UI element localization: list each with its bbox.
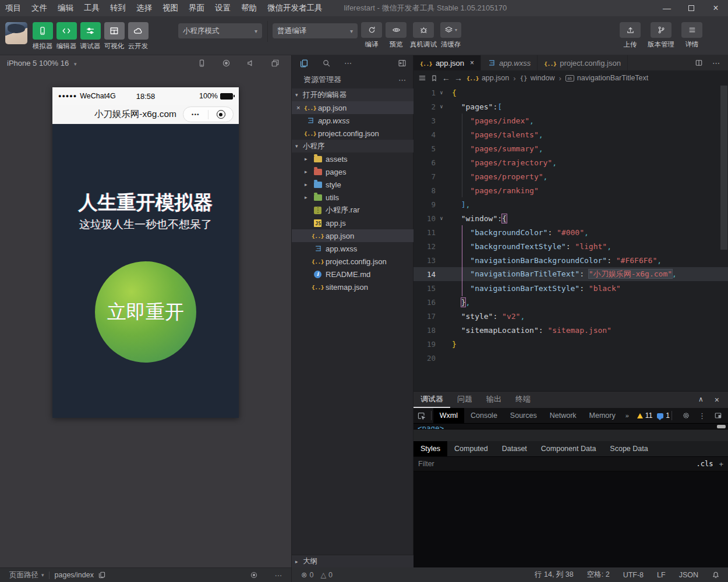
menu-item-设置[interactable]: 设置 xyxy=(210,0,236,16)
open-editor-project.config.json[interactable]: {..}project.config.json xyxy=(292,127,414,140)
more-icon[interactable]: ⋯ xyxy=(275,571,282,580)
open-editor-app.wxss[interactable]: app.wxss xyxy=(292,114,414,127)
close-button[interactable]: × xyxy=(704,0,728,16)
toolbar-mode-visualize[interactable]: 可视化 xyxy=(103,22,125,51)
warnings-badge[interactable]: 11 xyxy=(637,411,652,420)
compile-select[interactable]: 普通编译 ▾ xyxy=(273,23,358,38)
cls-toggle[interactable]: .cls xyxy=(697,460,713,468)
capsule-target-icon[interactable] xyxy=(208,110,233,119)
toolbar-action-remote-debug[interactable]: 真机调试 xyxy=(410,22,437,49)
tree-item-sitemap.json[interactable]: {..}sitemap.json xyxy=(292,281,414,293)
dock-side-icon[interactable] xyxy=(714,411,722,420)
menu-item-转到[interactable]: 转到 xyxy=(105,0,131,16)
devtools-tab-Sources[interactable]: Sources xyxy=(504,408,543,424)
styles-tab-Component-Data[interactable]: Component Data xyxy=(534,441,603,456)
menu-item-微信开发者工具[interactable]: 微信开发者工具 xyxy=(262,0,328,16)
more-icon[interactable]: ⋯ xyxy=(712,59,720,68)
search-icon[interactable] xyxy=(322,59,331,68)
toolbar-action-preview[interactable]: 预览 xyxy=(386,22,407,49)
wxml-tree-clipped[interactable]: <page> xyxy=(414,424,728,429)
toolbar-mode-debugger[interactable]: 调试器 xyxy=(79,22,101,51)
menu-item-选择[interactable]: 选择 xyxy=(131,0,157,16)
breadcrumb-segment[interactable]: abnavigationBarTitleText xyxy=(566,74,649,82)
kebab-menu-icon[interactable]: ⋮ xyxy=(698,411,706,420)
fold-chevron-icon[interactable]: ∨ xyxy=(436,215,447,221)
upload-button[interactable] xyxy=(620,22,641,38)
tree-item-app.wxss[interactable]: app.wxss xyxy=(292,242,414,255)
close-tab-icon[interactable]: × xyxy=(470,59,474,67)
tree-item-app.js[interactable]: JSapp.js xyxy=(292,217,414,229)
restart-button[interactable]: 立即重开 xyxy=(95,261,196,363)
styles-filter-input[interactable] xyxy=(414,460,697,468)
debugger-tab-问题[interactable]: 问题 xyxy=(450,392,479,408)
editor-toggle-button[interactable] xyxy=(56,22,77,40)
styles-tab-Dataset[interactable]: Dataset xyxy=(495,441,534,456)
debugger-tab-输出[interactable]: 输出 xyxy=(479,392,508,408)
bookmark-icon[interactable] xyxy=(430,74,438,82)
menu-item-文件[interactable]: 文件 xyxy=(26,0,52,16)
breadcrumb-segment[interactable]: {}window xyxy=(520,74,555,82)
mute-icon[interactable] xyxy=(246,59,255,68)
toolbar-action-version-manage[interactable]: 版本管理 xyxy=(648,22,674,49)
version-manage-button[interactable] xyxy=(651,22,672,38)
new-style-rule-button[interactable]: + xyxy=(719,460,723,469)
more-icon[interactable]: ⋯ xyxy=(344,59,352,68)
menu-item-帮助[interactable]: 帮助 xyxy=(236,0,262,16)
devtools-tab-Memory[interactable]: Memory xyxy=(583,408,622,424)
tree-item-README.md[interactable]: iREADME.md xyxy=(292,268,414,281)
bell-icon[interactable] xyxy=(712,571,720,579)
toolbar-mode-simulator[interactable]: 模拟器 xyxy=(31,22,54,51)
toolbar-mode-editor[interactable]: 编辑器 xyxy=(55,22,77,51)
status-segment[interactable]: 空格: 2 xyxy=(587,570,610,580)
maximize-button[interactable] xyxy=(679,0,704,16)
simulator-toggle-button[interactable] xyxy=(33,22,53,40)
open-editor-app.json[interactable]: ×{..}app.json xyxy=(292,101,414,114)
status-segment[interactable]: 行 14, 列 38 xyxy=(535,570,574,580)
more-icon[interactable]: ⋯ xyxy=(398,76,406,84)
problems-summary[interactable]: ⊗0 △0 xyxy=(292,567,414,582)
status-segment[interactable]: LF xyxy=(657,571,666,579)
menu-item-界面[interactable]: 界面 xyxy=(183,0,210,16)
editor-scrollbar[interactable] xyxy=(720,86,727,250)
status-segment[interactable]: UTF-8 xyxy=(623,571,644,579)
collapse-panel-icon[interactable]: ∧ xyxy=(698,395,704,404)
tree-item-小程序.rar[interactable]: 小程序.rar xyxy=(292,204,414,217)
project-header[interactable]: ▾ 小程序 xyxy=(292,140,414,152)
tree-item-app.json[interactable]: {..}app.json xyxy=(292,229,414,242)
devtools-tab-Console[interactable]: Console xyxy=(464,408,504,424)
tree-item-style[interactable]: ▸style xyxy=(292,178,414,191)
outline-header[interactable]: ▸ 大纲 xyxy=(292,555,414,567)
open-editors-header[interactable]: ▾ 打开的编辑器 xyxy=(292,88,414,101)
mode-select[interactable]: 小程序模式 ▾ xyxy=(178,23,262,38)
menu-item-编辑[interactable]: 编辑 xyxy=(52,0,79,16)
breadcrumb-segment[interactable]: {..}app.json xyxy=(467,74,509,82)
split-editor-icon[interactable] xyxy=(695,59,703,67)
tree-item-project.config.json[interactable]: {..}project.config.json xyxy=(292,255,414,268)
styles-tab-Scope-Data[interactable]: Scope Data xyxy=(603,441,655,456)
collapse-sidebar-icon[interactable] xyxy=(398,59,407,68)
tree-item-utils[interactable]: ▸utils xyxy=(292,191,414,204)
toolbar-action-upload[interactable]: 上传 xyxy=(620,22,641,49)
page-path-select[interactable]: 页面路径 xyxy=(9,570,38,580)
menu-item-工具[interactable]: 工具 xyxy=(79,0,105,16)
copy-path-icon[interactable] xyxy=(98,571,106,579)
inspect-element-icon[interactable] xyxy=(414,411,429,420)
debugger-tab-终端[interactable]: 终端 xyxy=(508,392,538,408)
list-icon[interactable] xyxy=(418,74,426,82)
editor-tab-app.wxss[interactable]: app.wxss xyxy=(481,55,538,70)
visibility-icon[interactable] xyxy=(250,571,258,580)
compile-button[interactable] xyxy=(361,22,382,38)
messages-badge[interactable]: 1 xyxy=(657,411,670,420)
back-arrow-icon[interactable]: ← xyxy=(442,73,450,83)
capsule-more-icon[interactable]: ••• xyxy=(183,112,208,118)
tree-item-assets[interactable]: ▸assets xyxy=(292,152,414,165)
visualize-toggle-button[interactable] xyxy=(104,22,125,40)
styles-tab-Computed[interactable]: Computed xyxy=(447,441,495,456)
minimize-button[interactable]: — xyxy=(655,0,679,16)
remote-debug-button[interactable] xyxy=(413,22,434,38)
toolbar-action-clear-cache[interactable]: ▾清缓存 xyxy=(440,22,461,49)
device-select[interactable]: iPhone 5 100% 16 ▾ xyxy=(0,59,76,68)
fold-chevron-icon[interactable]: ∨ xyxy=(436,104,447,109)
toolbar-action-compile[interactable]: 编译 xyxy=(361,22,382,49)
editor-tab-app.json[interactable]: {..}app.json× xyxy=(414,55,481,70)
